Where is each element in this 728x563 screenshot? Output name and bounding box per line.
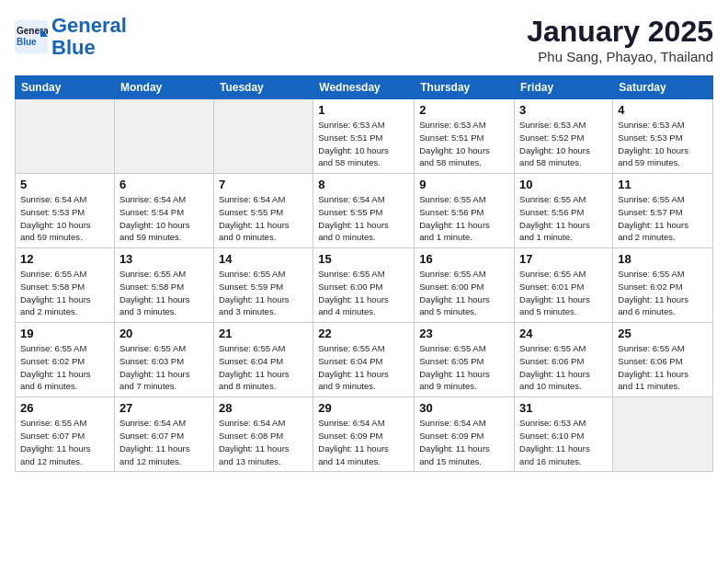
cell-info: Sunrise: 6:54 AM Sunset: 5:55 PM Dayligh… [318, 193, 409, 244]
weekday-header: Friday [515, 76, 613, 99]
calendar-cell: 3Sunrise: 6:53 AM Sunset: 5:52 PM Daylig… [515, 99, 613, 174]
cell-day-number: 25 [618, 327, 708, 340]
weekday-row: SundayMondayTuesdayWednesdayThursdayFrid… [16, 76, 713, 99]
calendar-cell [213, 99, 313, 174]
cell-day-number: 5 [20, 178, 109, 191]
cell-info: Sunrise: 6:55 AM Sunset: 6:02 PM Dayligh… [618, 268, 708, 318]
cell-day-number: 22 [318, 327, 409, 340]
calendar-body: 1Sunrise: 6:53 AM Sunset: 5:51 PM Daylig… [16, 99, 713, 472]
cell-day-number: 4 [618, 103, 708, 117]
cell-day-number: 12 [20, 252, 109, 266]
cell-day-number: 27 [119, 401, 209, 415]
cell-info: Sunrise: 6:55 AM Sunset: 6:06 PM Dayligh… [519, 342, 608, 393]
cell-day-number: 3 [519, 103, 608, 117]
page-header: General Blue General Blue January 2025 P… [15, 15, 713, 64]
weekday-header: Monday [114, 76, 213, 99]
cell-info: Sunrise: 6:53 AM Sunset: 6:10 PM Dayligh… [519, 417, 608, 467]
calendar-cell: 30Sunrise: 6:54 AM Sunset: 6:09 PM Dayli… [415, 397, 515, 472]
cell-info: Sunrise: 6:55 AM Sunset: 6:01 PM Dayligh… [519, 268, 608, 318]
cell-info: Sunrise: 6:53 AM Sunset: 5:52 PM Dayligh… [519, 119, 608, 169]
calendar-cell: 25Sunrise: 6:55 AM Sunset: 6:06 PM Dayli… [613, 323, 713, 397]
logo-icon: General Blue [15, 20, 48, 53]
calendar-cell: 13Sunrise: 6:55 AM Sunset: 5:58 PM Dayli… [114, 248, 213, 323]
cell-day-number: 31 [519, 401, 608, 415]
cell-info: Sunrise: 6:55 AM Sunset: 6:07 PM Dayligh… [20, 417, 109, 467]
calendar-cell: 14Sunrise: 6:55 AM Sunset: 5:59 PM Dayli… [213, 248, 313, 323]
calendar-week-row: 1Sunrise: 6:53 AM Sunset: 5:51 PM Daylig… [16, 99, 713, 174]
calendar-title: January 2025 [527, 15, 713, 49]
cell-info: Sunrise: 6:55 AM Sunset: 6:03 PM Dayligh… [119, 342, 209, 393]
cell-info: Sunrise: 6:54 AM Sunset: 5:53 PM Dayligh… [20, 193, 109, 244]
logo-line1: General [51, 14, 127, 37]
cell-info: Sunrise: 6:54 AM Sunset: 6:08 PM Dayligh… [219, 417, 308, 467]
weekday-header: Tuesday [213, 76, 313, 99]
cell-day-number: 8 [318, 178, 409, 191]
cell-info: Sunrise: 6:55 AM Sunset: 5:56 PM Dayligh… [419, 193, 509, 244]
cell-info: Sunrise: 6:53 AM Sunset: 5:53 PM Dayligh… [618, 119, 708, 169]
calendar-cell: 16Sunrise: 6:55 AM Sunset: 6:00 PM Dayli… [415, 248, 515, 323]
cell-day-number: 2 [419, 103, 509, 117]
calendar-cell: 8Sunrise: 6:54 AM Sunset: 5:55 PM Daylig… [313, 174, 415, 248]
calendar-cell: 6Sunrise: 6:54 AM Sunset: 5:54 PM Daylig… [114, 174, 213, 248]
cell-info: Sunrise: 6:54 AM Sunset: 5:54 PM Dayligh… [119, 193, 209, 244]
calendar-cell: 31Sunrise: 6:53 AM Sunset: 6:10 PM Dayli… [515, 397, 613, 472]
calendar-cell: 18Sunrise: 6:55 AM Sunset: 6:02 PM Dayli… [613, 248, 713, 323]
cell-day-number: 7 [219, 178, 308, 191]
calendar-cell: 9Sunrise: 6:55 AM Sunset: 5:56 PM Daylig… [415, 174, 515, 248]
cell-info: Sunrise: 6:54 AM Sunset: 6:09 PM Dayligh… [419, 417, 509, 467]
cell-day-number: 1 [318, 103, 409, 117]
calendar-week-row: 19Sunrise: 6:55 AM Sunset: 6:02 PM Dayli… [16, 323, 713, 397]
calendar-cell: 1Sunrise: 6:53 AM Sunset: 5:51 PM Daylig… [313, 99, 415, 174]
cell-day-number: 10 [519, 178, 608, 191]
weekday-header: Wednesday [313, 76, 415, 99]
calendar-cell: 12Sunrise: 6:55 AM Sunset: 5:58 PM Dayli… [16, 248, 115, 323]
cell-info: Sunrise: 6:54 AM Sunset: 6:07 PM Dayligh… [119, 417, 209, 467]
calendar-cell: 19Sunrise: 6:55 AM Sunset: 6:02 PM Dayli… [16, 323, 115, 397]
cell-day-number: 30 [419, 401, 509, 415]
calendar-header: SundayMondayTuesdayWednesdayThursdayFrid… [16, 76, 713, 99]
calendar-week-row: 12Sunrise: 6:55 AM Sunset: 5:58 PM Dayli… [16, 248, 713, 323]
calendar-cell [16, 99, 115, 174]
cell-info: Sunrise: 6:55 AM Sunset: 6:00 PM Dayligh… [318, 268, 409, 318]
logo-text: General Blue [51, 15, 127, 59]
cell-day-number: 16 [419, 252, 509, 266]
calendar-cell: 24Sunrise: 6:55 AM Sunset: 6:06 PM Dayli… [515, 323, 613, 397]
calendar-cell: 22Sunrise: 6:55 AM Sunset: 6:04 PM Dayli… [313, 323, 415, 397]
cell-day-number: 9 [419, 178, 509, 191]
cell-info: Sunrise: 6:55 AM Sunset: 5:58 PM Dayligh… [20, 268, 109, 318]
calendar-cell [114, 99, 213, 174]
cell-day-number: 26 [20, 401, 109, 415]
cell-day-number: 15 [318, 252, 409, 266]
cell-day-number: 20 [119, 327, 209, 340]
cell-info: Sunrise: 6:55 AM Sunset: 6:02 PM Dayligh… [20, 342, 109, 393]
calendar-cell: 20Sunrise: 6:55 AM Sunset: 6:03 PM Dayli… [114, 323, 213, 397]
cell-info: Sunrise: 6:55 AM Sunset: 5:57 PM Dayligh… [618, 193, 708, 244]
cell-day-number: 18 [618, 252, 708, 266]
cell-info: Sunrise: 6:55 AM Sunset: 5:56 PM Dayligh… [519, 193, 608, 244]
cell-day-number: 17 [519, 252, 608, 266]
cell-info: Sunrise: 6:55 AM Sunset: 5:59 PM Dayligh… [219, 268, 308, 318]
cell-info: Sunrise: 6:55 AM Sunset: 6:00 PM Dayligh… [419, 268, 509, 318]
calendar-cell: 28Sunrise: 6:54 AM Sunset: 6:08 PM Dayli… [213, 397, 313, 472]
cell-info: Sunrise: 6:55 AM Sunset: 5:58 PM Dayligh… [119, 268, 209, 318]
calendar-week-row: 5Sunrise: 6:54 AM Sunset: 5:53 PM Daylig… [16, 174, 713, 248]
weekday-header: Thursday [415, 76, 515, 99]
cell-day-number: 29 [318, 401, 409, 415]
calendar-cell: 4Sunrise: 6:53 AM Sunset: 5:53 PM Daylig… [613, 99, 713, 174]
cell-info: Sunrise: 6:55 AM Sunset: 6:06 PM Dayligh… [618, 342, 708, 393]
calendar-cell: 21Sunrise: 6:55 AM Sunset: 6:04 PM Dayli… [213, 323, 313, 397]
weekday-header: Sunday [16, 76, 115, 99]
calendar-cell: 5Sunrise: 6:54 AM Sunset: 5:53 PM Daylig… [16, 174, 115, 248]
cell-day-number: 23 [419, 327, 509, 340]
calendar-cell: 2Sunrise: 6:53 AM Sunset: 5:51 PM Daylig… [415, 99, 515, 174]
calendar-cell: 10Sunrise: 6:55 AM Sunset: 5:56 PM Dayli… [515, 174, 613, 248]
calendar-table: SundayMondayTuesdayWednesdayThursdayFrid… [15, 75, 713, 472]
cell-info: Sunrise: 6:53 AM Sunset: 5:51 PM Dayligh… [419, 119, 509, 169]
cell-info: Sunrise: 6:55 AM Sunset: 6:05 PM Dayligh… [419, 342, 509, 393]
cell-day-number: 13 [119, 252, 209, 266]
calendar-cell [613, 397, 713, 472]
calendar-week-row: 26Sunrise: 6:55 AM Sunset: 6:07 PM Dayli… [16, 397, 713, 472]
cell-day-number: 19 [20, 327, 109, 340]
cell-info: Sunrise: 6:55 AM Sunset: 6:04 PM Dayligh… [318, 342, 409, 393]
cell-day-number: 11 [618, 178, 708, 191]
